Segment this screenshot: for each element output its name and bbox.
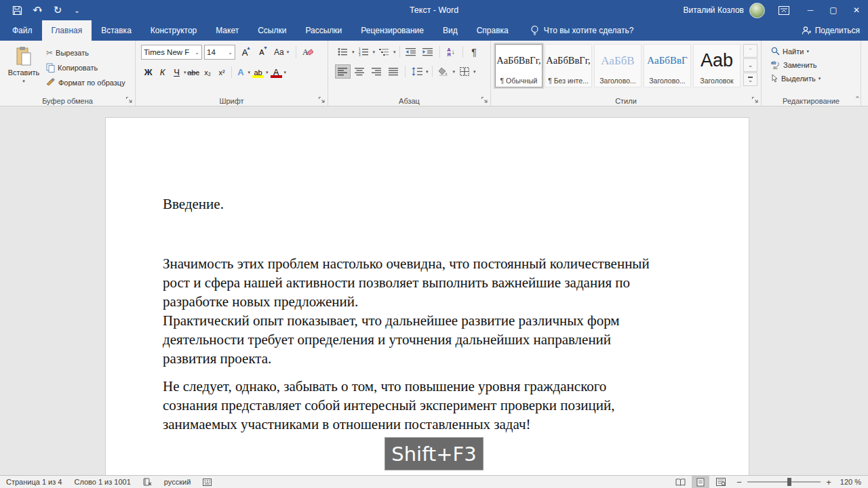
replace-button[interactable]: abac Заменить <box>768 59 861 70</box>
select-button[interactable]: Выделить ▾ <box>768 73 861 84</box>
undo-button[interactable]: ↶▾ <box>28 1 46 19</box>
borders-button[interactable] <box>456 64 472 79</box>
underline-button[interactable]: Ч <box>170 65 184 79</box>
copy-button[interactable]: Копировать <box>43 62 128 74</box>
paragraph[interactable]: Не следует, однако, забывать о том, что … <box>163 377 698 434</box>
keyboard-status[interactable] <box>197 476 218 488</box>
align-left-button[interactable] <box>335 64 351 79</box>
show-formatting-marks-button[interactable]: ¶ <box>467 45 482 59</box>
text-effects-button[interactable]: А <box>234 65 248 79</box>
font-dialog-launcher[interactable] <box>318 96 326 104</box>
styles-scroll-down-button[interactable]: ⌄ <box>743 58 757 72</box>
zoom-slider-track[interactable] <box>747 481 821 483</box>
share-button[interactable]: Поделиться <box>802 20 860 41</box>
multilevel-list-button[interactable] <box>376 45 392 59</box>
style-card[interactable]: АаБбВвГ Заголово... <box>644 44 691 87</box>
bullets-dropdown-icon[interactable]: ▾ <box>352 49 355 55</box>
text-line[interactable]: разработке новых предложений. <box>163 292 698 311</box>
ribbon-tab[interactable]: Главная <box>42 20 92 41</box>
ribbon-tab[interactable]: Макет <box>206 20 248 41</box>
style-card[interactable]: АаБбВ Заголово... <box>594 44 642 87</box>
ribbon-tab[interactable]: Вид <box>433 20 467 41</box>
ribbon-display-options-button[interactable] <box>774 0 793 20</box>
format-painter-button[interactable]: Формат по образцу <box>43 77 128 88</box>
align-right-button[interactable] <box>369 64 384 79</box>
italic-button[interactable]: К <box>155 65 170 79</box>
ribbon-tab[interactable]: Файл <box>3 20 42 41</box>
print-layout-button[interactable] <box>692 476 709 488</box>
proofing-status[interactable] <box>137 476 158 488</box>
ribbon-tab[interactable]: Ссылки <box>248 20 296 41</box>
styles-scroll-up-button[interactable]: ⌃ <box>743 44 757 58</box>
user-name[interactable]: Виталий Козлов <box>683 5 744 15</box>
style-card[interactable]: Aab Заголовок <box>693 44 741 87</box>
tell-me-box[interactable]: Что вы хотите сделать? <box>530 20 634 41</box>
shading-dropdown-icon[interactable]: ▾ <box>453 69 456 75</box>
document-page[interactable]: Введение. Значимость этих проблем настол… <box>105 117 749 476</box>
bold-button[interactable]: Ж <box>141 65 155 79</box>
highlight-color-button[interactable]: ab <box>250 65 266 79</box>
line-spacing-button[interactable] <box>409 64 425 79</box>
style-card[interactable]: АаБбВвГг, ¶ Обычный <box>495 44 542 87</box>
text-line[interactable]: рост и сфера нашей активности позволяет … <box>163 273 698 292</box>
zoom-level[interactable]: 120 % <box>838 478 864 486</box>
text-line[interactable]: Не следует, однако, забывать о том, что … <box>163 377 698 396</box>
customize-qat-button[interactable]: ⌄ <box>69 1 87 19</box>
minimize-button[interactable]: ─ <box>799 0 822 20</box>
maximize-button[interactable]: ▢ <box>822 0 845 20</box>
ribbon-tab[interactable]: Рецензирование <box>351 20 433 41</box>
font-color-dropdown-icon[interactable]: ▾ <box>284 70 287 75</box>
change-case-button[interactable]: Aa▾ <box>271 46 292 58</box>
paragraph[interactable]: Значимость этих проблем настолько очевид… <box>163 254 698 311</box>
increase-indent-button[interactable] <box>420 45 436 59</box>
text-line[interactable]: Практический опыт показывает, что дальне… <box>163 311 698 330</box>
document-text[interactable]: Введение. Значимость этих проблем настол… <box>163 118 698 434</box>
text-line[interactable]: развития проекта. <box>163 349 698 368</box>
find-button[interactable]: Найти ▾ <box>768 45 861 57</box>
ribbon-tab[interactable]: Вставка <box>92 20 141 41</box>
ribbon-tab[interactable]: Справка <box>467 20 518 41</box>
redo-button[interactable]: ↻ <box>49 1 66 19</box>
decrease-indent-button[interactable] <box>403 45 419 59</box>
collapse-ribbon-button[interactable]: ⌃ <box>854 95 861 104</box>
word-count-status[interactable]: Слово 1 из 1001 <box>68 476 136 488</box>
language-status[interactable]: русский <box>158 476 197 488</box>
shrink-font-button[interactable]: A▼ <box>254 45 269 60</box>
paragraph[interactable]: Практический опыт показывает, что дальне… <box>163 311 698 368</box>
numbering-dropdown-icon[interactable]: ▾ <box>373 49 376 55</box>
close-button[interactable]: ✕ <box>845 0 868 20</box>
grow-font-button[interactable]: A▲ <box>237 45 252 60</box>
paste-button[interactable]: Вставить ▾ <box>4 43 43 94</box>
ribbon-tab[interactable]: Конструктор <box>141 20 206 41</box>
text-line[interactable]: деятельности требует определения и уточн… <box>163 330 698 349</box>
font-size-combobox[interactable]: 14 ⌄ <box>204 45 235 60</box>
read-mode-button[interactable] <box>671 476 689 488</box>
chevron-down-icon[interactable]: ⌄ <box>193 49 199 56</box>
strikethrough-button[interactable]: abc <box>186 65 201 79</box>
borders-dropdown-icon[interactable]: ▾ <box>473 69 476 75</box>
cut-button[interactable]: ✂ Вырезать <box>43 47 128 59</box>
web-layout-button[interactable] <box>712 476 730 488</box>
styles-dialog-launcher[interactable] <box>751 96 759 104</box>
text-line[interactable]: сознания представляет собой интересный э… <box>163 396 698 415</box>
font-name-combobox[interactable]: Times New F ⌄ <box>141 45 202 60</box>
sort-button[interactable]: АЯ ↓ <box>443 45 459 59</box>
text-line[interactable]: занимаемых участниками в отношении поста… <box>163 415 698 434</box>
zoom-in-button[interactable]: + <box>825 477 833 487</box>
multilevel-dropdown-icon[interactable]: ▾ <box>393 49 396 55</box>
ribbon-tab[interactable]: Рассылки <box>296 20 351 41</box>
line-spacing-dropdown-icon[interactable]: ▾ <box>426 69 429 75</box>
avatar[interactable] <box>749 3 765 18</box>
save-icon[interactable] <box>8 1 26 19</box>
zoom-slider-thumb[interactable] <box>787 478 791 486</box>
document-heading[interactable]: Введение. <box>163 195 698 214</box>
undo-dropdown-icon[interactable]: ▾ <box>39 7 42 14</box>
numbering-button[interactable]: 123 <box>356 45 372 59</box>
justify-button[interactable] <box>386 64 401 79</box>
shading-button[interactable] <box>436 64 452 79</box>
text-line[interactable]: Значимость этих проблем настолько очевид… <box>163 254 698 273</box>
font-color-button[interactable]: А <box>269 65 284 79</box>
subscript-button[interactable]: x₂ <box>201 65 215 79</box>
bullets-button[interactable] <box>335 45 351 59</box>
clipboard-dialog-launcher[interactable] <box>125 96 133 104</box>
